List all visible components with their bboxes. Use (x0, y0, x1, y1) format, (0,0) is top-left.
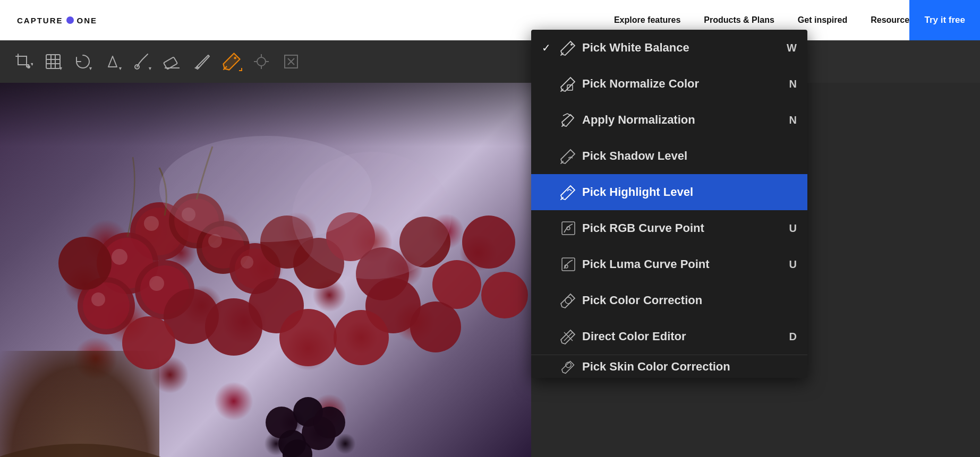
nav-products-plans[interactable]: Products & Plans (704, 15, 774, 25)
menu-item-apply-normalization[interactable]: Apply Normalization N (531, 102, 807, 138)
brush-tool[interactable]: ▼ (130, 47, 155, 76)
label-pick-rgb-curve-point: Pick RGB Curve Point (580, 221, 789, 235)
shortcut-apply-normalization: N (789, 114, 797, 126)
color-picker-tool[interactable] (219, 47, 244, 76)
toolbar: ▼ ▼ ▼ ▼ ▼ (0, 40, 980, 83)
rotate-tool[interactable]: ▼ (70, 47, 96, 76)
icon-pick-color-correction (557, 289, 580, 312)
svg-point-16 (234, 57, 236, 59)
pencil-tool[interactable] (189, 47, 215, 76)
keystone-tool[interactable]: ▼ (100, 47, 125, 76)
svg-point-70 (570, 44, 573, 46)
menu-item-direct-color-editor[interactable]: Direct Color Editor D (531, 318, 807, 355)
nav-resources[interactable]: Resources (871, 15, 914, 25)
svg-text:▼: ▼ (30, 62, 33, 67)
crop-tool[interactable]: ▼ (11, 47, 36, 76)
icon-pick-skin-color-correction (557, 355, 580, 378)
icon-pick-normalize-color (557, 72, 580, 96)
menu-item-pick-luma-curve-point[interactable]: Pick Luma Curve Point U (531, 246, 807, 282)
eraser-tool[interactable] (159, 47, 185, 76)
navbar: CAPTURE ONE Explore features Products & … (0, 0, 980, 40)
svg-text:▼: ▼ (118, 66, 122, 71)
nav-explore-features[interactable]: Explore features (614, 15, 680, 25)
menu-item-pick-shadow-level[interactable]: Pick Shadow Level (531, 138, 807, 174)
logo: CAPTURE ONE (17, 16, 97, 25)
photo-area (0, 83, 531, 457)
svg-point-76 (565, 297, 572, 304)
svg-rect-74 (562, 258, 575, 271)
berries-crust (0, 351, 159, 457)
label-pick-luma-curve-point: Pick Luma Curve Point (580, 257, 789, 271)
label-pick-skin-color-correction: Pick Skin Color Correction (580, 360, 797, 374)
icon-pick-rgb-curve-point (557, 217, 580, 240)
svg-text:▼: ▼ (148, 66, 152, 71)
logo-dot (66, 16, 74, 24)
shortcut-pick-white-balance: W (787, 42, 797, 54)
svg-text:▼: ▼ (58, 66, 63, 71)
menu-item-pick-white-balance[interactable]: ✓ Pick White Balance W (531, 30, 807, 66)
icon-apply-normalization (557, 108, 580, 132)
photo-overlay (0, 83, 531, 146)
shortcut-pick-rgb-curve-point: U (789, 222, 797, 235)
menu-item-pick-skin-color-correction[interactable]: Pick Skin Color Correction (531, 355, 807, 378)
menu-item-pick-highlight-level[interactable]: Pick Highlight Level (531, 174, 807, 210)
svg-rect-72 (562, 222, 575, 235)
shortcut-direct-color-editor: D (789, 331, 797, 343)
svg-text:▼: ▼ (88, 66, 92, 71)
icon-direct-color-editor (557, 325, 580, 348)
label-direct-color-editor: Direct Color Editor (580, 330, 789, 343)
try-it-free-button[interactable]: Try it free (909, 0, 980, 40)
label-pick-white-balance: Pick White Balance (580, 41, 787, 55)
tool-extra-2[interactable] (278, 47, 304, 76)
label-pick-color-correction: Pick Color Correction (580, 294, 797, 307)
label-pick-shadow-level: Pick Shadow Level (580, 149, 797, 163)
label-pick-highlight-level: Pick Highlight Level (580, 185, 797, 199)
shortcut-pick-luma-curve-point: U (789, 258, 797, 271)
icon-pick-luma-curve-point (557, 253, 580, 276)
shortcut-pick-normalize-color: N (789, 78, 797, 90)
icon-pick-white-balance (557, 36, 580, 59)
straighten-tool[interactable]: ▼ (40, 47, 66, 76)
icon-pick-highlight-level (557, 180, 580, 204)
menu-item-pick-rgb-curve-point[interactable]: Pick RGB Curve Point U (531, 210, 807, 246)
icon-pick-shadow-level (557, 144, 580, 168)
cursor-tools-dropdown: ✓ Pick White Balance W Pick Normalize Co… (531, 30, 807, 378)
label-apply-normalization: Apply Normalization (580, 113, 789, 127)
nav-links: Explore features Products & Plans Get in… (614, 15, 914, 25)
menu-item-pick-color-correction[interactable]: Pick Color Correction (531, 282, 807, 318)
checkmark-pick-white-balance: ✓ (542, 41, 557, 54)
tool-extra-1[interactable] (249, 47, 274, 76)
menu-item-pick-normalize-color[interactable]: Pick Normalize Color N (531, 66, 807, 102)
svg-point-17 (257, 57, 266, 66)
nav-get-inspired[interactable]: Get inspired (798, 15, 847, 25)
svg-rect-71 (567, 85, 573, 90)
label-pick-normalize-color: Pick Normalize Color (580, 77, 789, 91)
